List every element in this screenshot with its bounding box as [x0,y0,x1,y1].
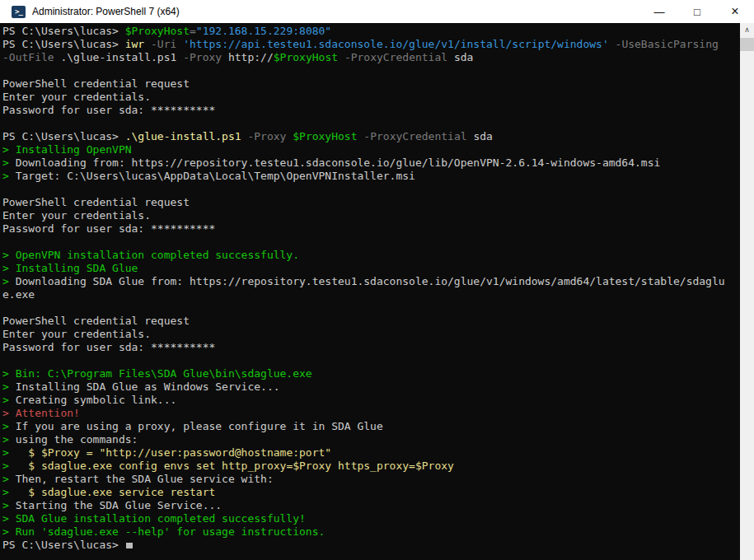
terminal-line: Enter your credentials. [2,328,740,341]
terminal-line: > Downloading SDA Glue from: https://rep… [2,275,740,288]
terminal-line: PS C:\Users\lucas> $ProxyHost="192.168.1… [2,25,740,38]
terminal-line: PowerShell credential request [2,315,740,328]
terminal-line: > Downloading from: https://repository.t… [2,156,740,170]
terminal-line: > $ sdaglue.exe service restart [2,486,740,499]
terminal-line [2,354,740,367]
terminal-line: Password for user sda: ********** [2,104,740,117]
window-title: Administrator: PowerShell 7 (x64) [32,6,180,17]
maximize-button[interactable]: □ [678,0,716,23]
terminal-line [2,64,740,77]
close-button[interactable]: × [716,0,754,23]
terminal-line: > OpenVPN installation completed success… [2,249,740,262]
terminal-line: > Attention! [2,407,740,420]
terminal-line: > Run 'sdaglue.exe --help' for usage ins… [2,525,740,539]
terminal-line: > Starting the SDA Glue Service... [2,499,740,512]
scroll-up-icon[interactable]: ∧ [740,23,754,37]
terminal-line: > Then, restart the SDA Glue service wit… [2,473,740,486]
terminal-line: > Installing SDA Glue as Windows Service… [2,380,740,394]
terminal-line: Enter your credentials. [2,209,740,222]
terminal-line: > Creating symbolic link... [2,394,740,407]
terminal-line: > Bin: C:\Program Files\SDA Glue\bin\sda… [2,367,740,380]
terminal-line [2,236,740,249]
terminal-line: PowerShell credential request [2,77,740,91]
terminal-line: Enter your credentials. [2,91,740,104]
terminal-line: > SDA Glue installation completed succes… [2,512,740,525]
terminal-line: e.exe [2,288,740,301]
terminal-line: PowerShell credential request [2,196,740,209]
terminal-line: > $ $Proxy = "http://user:password@hostn… [2,446,740,460]
window-controls: — □ × [640,0,754,23]
scrollbar[interactable]: ∧ [740,23,754,560]
terminal-line [2,117,740,130]
terminal-line: PS C:\Users\lucas> .\glue-install.ps1 -P… [2,130,740,143]
console-area: PS C:\Users\lucas> $ProxyHost="192.168.1… [0,23,754,560]
terminal-line: > Target: C:\Users\lucas\AppData\Local\T… [2,170,740,183]
minimize-button[interactable]: — [640,0,678,23]
terminal-line: Password for user sda: ********** [2,222,740,236]
text-cursor [126,543,133,548]
powershell-window: >_ Administrator: PowerShell 7 (x64) — □… [0,0,754,560]
terminal-line: PS C:\Users\lucas> [2,539,740,552]
terminal-line [2,301,740,315]
terminal-line: -OutFile .\glue-install.ps1 -Proxy http:… [2,51,740,64]
scrollbar-thumb[interactable] [740,38,754,51]
terminal-line: > $ sdaglue.exe config envs set http_pro… [2,460,740,473]
powershell-icon: >_ [12,6,26,18]
terminal-output[interactable]: PS C:\Users\lucas> $ProxyHost="192.168.1… [0,23,740,560]
terminal-line: PS C:\Users\lucas> iwr -Uri 'https://api… [2,38,740,51]
terminal-line: > Installing SDA Glue [2,262,740,275]
terminal-line: Password for user sda: ********** [2,341,740,354]
terminal-line: > If you are using a proxy, please confi… [2,420,740,433]
title-bar: >_ Administrator: PowerShell 7 (x64) — □… [0,0,754,23]
terminal-line [2,183,740,196]
terminal-line: > using the commands: [2,433,740,446]
terminal-line: > Installing OpenVPN [2,143,740,156]
